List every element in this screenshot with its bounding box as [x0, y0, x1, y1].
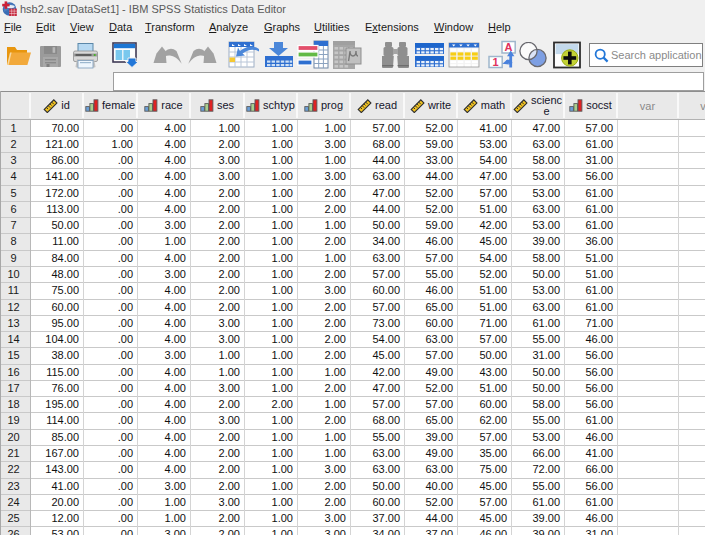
svg-text:A: A	[505, 41, 513, 53]
svg-text:1: 1	[493, 56, 499, 68]
